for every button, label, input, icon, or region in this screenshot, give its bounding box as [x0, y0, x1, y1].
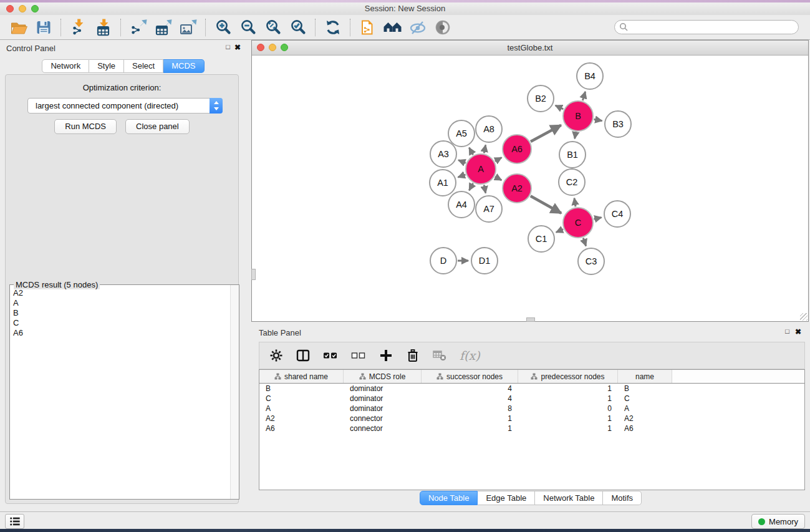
table-mode-button[interactable] [269, 349, 283, 362]
disable-all-columns-button[interactable] [351, 349, 366, 362]
network-zoom-button[interactable] [281, 44, 288, 51]
close-panel-icon[interactable]: ✖ [234, 43, 241, 52]
graph-node-A2[interactable]: A2 [503, 174, 531, 203]
result-item-b[interactable]: B [10, 308, 230, 318]
zoom-window-button[interactable] [31, 5, 39, 12]
open-file-button[interactable] [6, 17, 31, 38]
zoom-selected-button[interactable] [286, 17, 311, 38]
column-header-MCDS-role[interactable]: MCDS role [344, 370, 422, 383]
tab-motifs[interactable]: Motifs [603, 491, 642, 505]
graph-edge-A2-C[interactable] [531, 196, 561, 213]
table-row-A6[interactable]: A6connector11A6 [259, 423, 804, 433]
graph-node-B4[interactable]: B4 [577, 63, 603, 89]
tab-select[interactable]: Select [124, 59, 163, 73]
column-header-successor-nodes[interactable]: successor nodes [422, 370, 518, 383]
graph-node-B[interactable]: B [563, 101, 593, 131]
graph-edge-C-C4[interactable] [594, 218, 601, 220]
network-canvas[interactable]: B4B2BB3A5A8A6A3B1AC2A1A2A4A7C4CC1DD1C3 [252, 56, 808, 321]
graph-edge-A6-B[interactable] [531, 125, 561, 142]
table-row-A[interactable]: Adominator80A [259, 404, 804, 414]
enable-all-columns-button[interactable] [323, 349, 338, 362]
graph-edge-C-C2[interactable] [574, 198, 576, 207]
graph-edge-A-A8[interactable] [484, 145, 486, 153]
float-panel-icon[interactable]: □ [226, 43, 230, 51]
graph-node-C2[interactable]: C2 [559, 169, 585, 195]
result-item-a6[interactable]: A6 [10, 328, 230, 338]
graph-node-A8[interactable]: A8 [476, 116, 502, 142]
graph-node-A3[interactable]: A3 [430, 141, 456, 167]
search-input[interactable] [614, 20, 799, 34]
column-header-shared-name[interactable]: shared name [259, 370, 344, 383]
graph-node-A7[interactable]: A7 [476, 196, 502, 222]
show-columns-button[interactable] [296, 349, 310, 362]
graph-node-D1[interactable]: D1 [471, 248, 498, 274]
minimize-window-button[interactable] [19, 5, 26, 12]
tab-style[interactable]: Style [89, 59, 124, 73]
zoom-in-button[interactable] [211, 17, 236, 38]
tab-mcds[interactable]: MCDS [163, 59, 204, 73]
new-network-from-selection-button[interactable] [355, 17, 380, 38]
tab-node-table[interactable]: Node Table [420, 491, 478, 505]
graph-node-C[interactable]: C [563, 208, 593, 238]
graph-node-A5[interactable]: A5 [448, 120, 475, 147]
graph-node-B2[interactable]: B2 [528, 85, 554, 112]
import-table-button[interactable] [91, 17, 116, 38]
import-network-button[interactable] [66, 17, 91, 38]
graph-node-C3[interactable]: C3 [578, 248, 604, 274]
column-header-predecessor-nodes[interactable]: predecessor nodes [518, 370, 618, 383]
graph-node-A1[interactable]: A1 [430, 170, 456, 196]
memory-button[interactable]: Memory [751, 514, 805, 529]
graph-edge-A-A2[interactable] [495, 177, 501, 180]
result-item-a[interactable]: A [10, 298, 230, 308]
level-of-detail-button[interactable] [430, 17, 455, 38]
graph-node-A4[interactable]: A4 [448, 191, 475, 218]
graph-edge-A-A1[interactable] [458, 175, 466, 177]
zoom-fit-button[interactable] [261, 17, 286, 38]
delete-columns-button[interactable] [406, 349, 420, 362]
network-minimize-button[interactable] [269, 44, 276, 51]
save-session-button[interactable] [31, 17, 56, 38]
graph-edge-A-A5[interactable] [469, 148, 473, 155]
graph-edge-A-A6[interactable] [495, 158, 502, 162]
tab-network-table[interactable]: Network Table [535, 491, 603, 505]
close-table-panel-icon[interactable]: ✖ [795, 327, 801, 336]
hide-graphics-details-button[interactable] [405, 17, 430, 38]
result-item-a2[interactable]: A2 [10, 288, 230, 298]
float-table-panel-icon[interactable]: □ [785, 327, 789, 335]
graph-node-D[interactable]: D [430, 248, 456, 274]
graph-edge-C-C3[interactable] [583, 238, 586, 246]
graph-node-C4[interactable]: C4 [604, 201, 630, 227]
graph-edge-B-B1[interactable] [575, 132, 576, 139]
birdseye-toggle-handle[interactable] [251, 269, 256, 280]
graph-edge-B-B3[interactable] [594, 119, 602, 121]
task-history-button[interactable] [5, 514, 24, 529]
refresh-button[interactable] [321, 17, 345, 38]
graph-edge-A-A3[interactable] [458, 160, 466, 163]
create-column-button[interactable] [379, 349, 393, 362]
tab-edge-table[interactable]: Edge Table [478, 491, 535, 505]
result-item-c[interactable]: C [10, 318, 230, 328]
tab-network[interactable]: Network [42, 59, 89, 73]
column-header-name[interactable]: name [618, 370, 672, 383]
run-mcds-button[interactable]: Run MCDS [54, 119, 117, 134]
graph-node-C1[interactable]: C1 [528, 226, 554, 252]
optimization-criterion-dropdown[interactable]: largest connected component (directed) [27, 98, 223, 114]
table-row-C[interactable]: Cdominator41C [259, 394, 804, 404]
table-row-A2[interactable]: A2connector11A2 [259, 414, 804, 423]
graph-edge-C-C1[interactable] [556, 230, 563, 233]
splitter-handle[interactable] [526, 317, 535, 322]
export-table-button[interactable] [151, 17, 176, 38]
graph-node-B3[interactable]: B3 [605, 111, 631, 137]
export-network-button[interactable] [126, 17, 151, 38]
network-overview-button[interactable] [380, 17, 405, 38]
graph-node-A6[interactable]: A6 [503, 135, 531, 163]
graph-node-B1[interactable]: B1 [559, 142, 586, 168]
close-panel-button[interactable]: Close panel [125, 119, 190, 134]
graph-node-A[interactable]: A [466, 154, 496, 184]
result-list-scrollbar[interactable] [230, 285, 239, 499]
graph-edge-A-A7[interactable] [484, 185, 486, 193]
graph-edge-A-A4[interactable] [469, 183, 473, 190]
table-row-B[interactable]: Bdominator41B [259, 384, 804, 394]
graph-edge-B-B4[interactable] [582, 92, 585, 100]
close-window-button[interactable] [6, 5, 14, 12]
